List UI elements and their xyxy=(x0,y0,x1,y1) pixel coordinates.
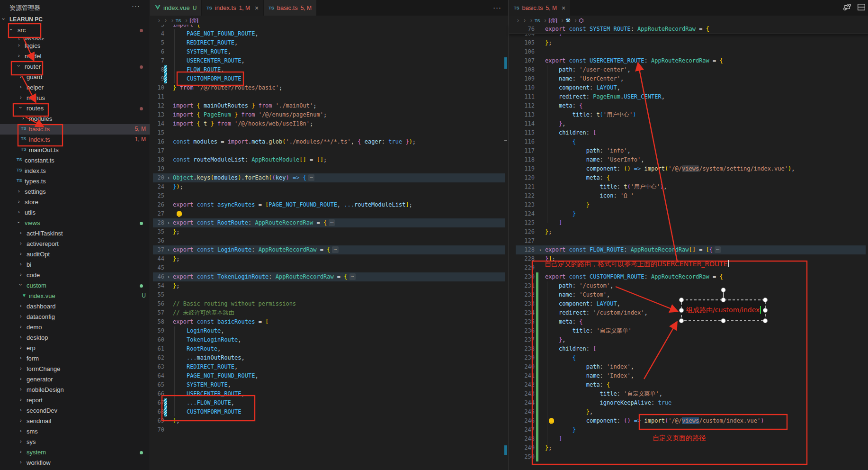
tree-item-acthitaskinst[interactable]: ›actHiTaskinst xyxy=(0,228,150,239)
tree-item-form[interactable]: ›form xyxy=(0,353,150,364)
code-line-37[interactable]: 37›export const LoginRoute: AppRouteReco… xyxy=(150,245,508,254)
tree-item-erp[interactable]: ›erp xyxy=(0,343,150,353)
tree-item-desktop[interactable]: ›desktop xyxy=(0,333,150,343)
code-line-121[interactable]: 121 title: t('用户中心'), xyxy=(509,182,868,191)
code-line-8[interactable]: 8 FLOW_ROUTE, xyxy=(150,65,508,74)
code-line-128[interactable]: 128›export const FLOW_ROUTE: AppRouteRec… xyxy=(509,245,868,254)
tree-item-router[interactable]: ›router xyxy=(0,62,150,72)
code-line-19[interactable]: 19 xyxy=(150,164,508,173)
lightbulb-icon[interactable] xyxy=(549,418,554,423)
tree-item-workflow[interactable]: ›workflow xyxy=(0,458,150,468)
code-line-123[interactable]: 123 } xyxy=(509,200,868,209)
code-line-119[interactable]: 119 component: () => import('/@/views/sy… xyxy=(509,164,868,173)
code-line-118[interactable]: 118 name: 'UserInfo', xyxy=(509,155,868,164)
tree-item-mainout-ts[interactable]: TSmainOut.ts xyxy=(0,145,150,155)
tree-item-settings[interactable]: ›settings xyxy=(0,187,150,197)
code-editor-index-ts[interactable]: 3import {4 PAGE_NOT_FOUND_ROUTE,5 REDIRE… xyxy=(150,0,508,470)
tree-item-utils[interactable]: ›utils xyxy=(0,208,150,218)
code-line-60[interactable]: 60 TokenLoginRoute, xyxy=(150,335,508,344)
code-line-122[interactable]: 122 icon: 'Ω ' xyxy=(509,191,868,200)
tree-item-custom[interactable]: ›custom xyxy=(0,280,150,291)
tree-item-code[interactable]: ›code xyxy=(0,270,150,280)
tree-item-formchange[interactable]: ›formChange xyxy=(0,364,150,374)
code-line-109[interactable]: 109 name: 'UserCenter', xyxy=(509,74,868,83)
code-line-20[interactable]: 20›Object.keys(modules).forEach((key) =>… xyxy=(150,173,508,182)
code-line-10[interactable]: 10} from '/@/router/routes/basic'; xyxy=(150,83,508,92)
code-line-13[interactable]: 13import { PageEnum } from '/@/enums/pag… xyxy=(150,110,508,119)
tree-item-images[interactable]: ›images xyxy=(0,35,150,40)
tree-item-store[interactable]: ›store xyxy=(0,197,150,208)
tree-item-guard[interactable]: ›guard xyxy=(0,72,150,82)
tree-item-views[interactable]: ›views xyxy=(0,218,150,228)
code-line-44[interactable]: 44}; xyxy=(150,254,508,263)
code-line-69[interactable]: 69]; xyxy=(150,416,508,425)
code-line-112[interactable]: 112 meta: { xyxy=(509,101,868,110)
tree-item-bi[interactable]: ›bi xyxy=(0,260,150,270)
fold-chevron-icon[interactable]: › xyxy=(167,245,170,254)
code-line-65[interactable]: 65 SYSTEM_ROUTE, xyxy=(150,380,508,389)
code-line-68[interactable]: 68 CUSTOMFORM_ROUTE xyxy=(150,407,508,416)
code-line-18[interactable]: 18const routeModuleList: AppRouteModule[… xyxy=(150,155,508,164)
tree-item-sendmail[interactable]: ›sendmail xyxy=(0,416,150,426)
code-line-5[interactable]: 5 REDIRECT_ROUTE, xyxy=(150,38,508,47)
tree-item-menus[interactable]: ›menus xyxy=(0,93,150,103)
tree-item-index-ts[interactable]: TSindex.ts xyxy=(0,166,150,176)
fold-ellipsis[interactable]: ⋯ xyxy=(715,246,721,253)
code-line-104[interactable]: 104 ] xyxy=(509,34,868,38)
tree-item-mobiledesign[interactable]: ›mobileDesign xyxy=(0,385,150,395)
code-line-28[interactable]: 28›export const RootRoute: AppRouteRecor… xyxy=(150,218,508,227)
code-line-27[interactable]: 27 xyxy=(150,209,508,218)
code-line-61[interactable]: 61 RootRoute, xyxy=(150,344,508,353)
code-line-12[interactable]: 12import { mainOutRoutes } from './mainO… xyxy=(150,101,508,110)
code-line-108[interactable]: 108 path: '/user-center', xyxy=(509,65,868,74)
tree-item-report[interactable]: ›report xyxy=(0,395,150,406)
code-line-15[interactable]: 15 xyxy=(150,128,508,137)
code-line-45[interactable]: 45 xyxy=(150,263,508,272)
code-line-57[interactable]: 57// 未经许可的基本路由 xyxy=(150,308,508,317)
code-line-66[interactable]: 66 USERCENTER_ROUTE, xyxy=(150,389,508,398)
code-line-126[interactable]: 126}; xyxy=(509,227,868,236)
code-line-124[interactable]: 124 } xyxy=(509,209,868,218)
code-line-111[interactable]: 111 redirect: PageEnum.USER_CENTER, xyxy=(509,92,868,101)
code-line-4[interactable]: 4 PAGE_NOT_FOUND_ROUTE, xyxy=(150,29,508,38)
tree-item-index-vue[interactable]: ▼index.vueU xyxy=(0,291,150,301)
code-line-24[interactable]: 24}); xyxy=(150,182,508,191)
tree-item-basic-ts[interactable]: TSbasic.ts5, M xyxy=(0,124,150,135)
code-line-250[interactable]: 250 xyxy=(509,452,868,461)
tree-item-system[interactable]: ›system xyxy=(0,447,150,458)
code-line-116[interactable]: 116 { xyxy=(509,137,868,146)
code-line-46[interactable]: 46›export const TokenLoginRoute: AppRout… xyxy=(150,272,508,281)
code-line-70[interactable]: 70 xyxy=(150,425,508,434)
code-line-107[interactable]: 107export const USERCENTER_ROUTE: AppRou… xyxy=(509,56,868,65)
tree-item-auditopt[interactable]: ›auditOpt xyxy=(0,249,150,260)
code-line-63[interactable]: 63 REDIRECT_ROUTE, xyxy=(150,362,508,371)
tree-item-routes[interactable]: ›routes xyxy=(0,103,150,114)
code-line-7[interactable]: 7 USERCENTER_ROUTE, xyxy=(150,56,508,65)
tree-item-modules[interactable]: ›modules xyxy=(0,114,150,124)
code-line-54[interactable]: 54}; xyxy=(150,281,508,290)
tree-item-dataconfig[interactable]: ›dataconfig xyxy=(0,312,150,322)
code-line-117[interactable]: 117 path: 'info', xyxy=(509,146,868,155)
code-line-16[interactable]: 16const modules = import.meta.glob('./mo… xyxy=(150,137,508,146)
code-line-239[interactable]: 239 { xyxy=(509,353,868,362)
code-line-6[interactable]: 6 SYSTEM_ROUTE, xyxy=(150,47,508,56)
code-line-36[interactable]: 36 xyxy=(150,236,508,245)
code-line-9[interactable]: 9 CUSTOMFORM_ROUTE xyxy=(150,74,508,83)
sticky-scroll-line[interactable]: 76export const SYSTEM_ROUTE: AppRouteRec… xyxy=(509,25,868,34)
fold-chevron-icon[interactable]: › xyxy=(167,173,170,182)
code-line-235[interactable]: 235 meta: { xyxy=(509,317,868,326)
code-line-35[interactable]: 35}; xyxy=(150,227,508,236)
tree-item-logics[interactable]: ›logics xyxy=(0,41,150,51)
code-line-76[interactable]: 76export const SYSTEM_ROUTE: AppRouteRec… xyxy=(509,25,868,34)
code-line-106[interactable]: 106 xyxy=(509,47,868,56)
fold-ellipsis[interactable]: ⋯ xyxy=(308,174,314,181)
code-line-245[interactable]: 245 }, xyxy=(509,407,868,416)
code-line-230[interactable]: 230export const CUSTOMFORM_ROUTE: AppRou… xyxy=(509,272,868,281)
code-line-17[interactable]: 17 xyxy=(150,146,508,155)
code-editor-basic-ts[interactable]: 105};106107export const USERCENTER_ROUTE… xyxy=(509,0,868,470)
fold-chevron-icon[interactable]: › xyxy=(167,218,170,227)
code-line-242[interactable]: 242 meta: { xyxy=(509,380,868,389)
code-line-64[interactable]: 64 PAGE_NOT_FOUND_ROUTE, xyxy=(150,371,508,380)
code-line-114[interactable]: 114 }, xyxy=(509,119,868,128)
code-line-58[interactable]: 58export const basicRoutes = [ xyxy=(150,317,508,326)
